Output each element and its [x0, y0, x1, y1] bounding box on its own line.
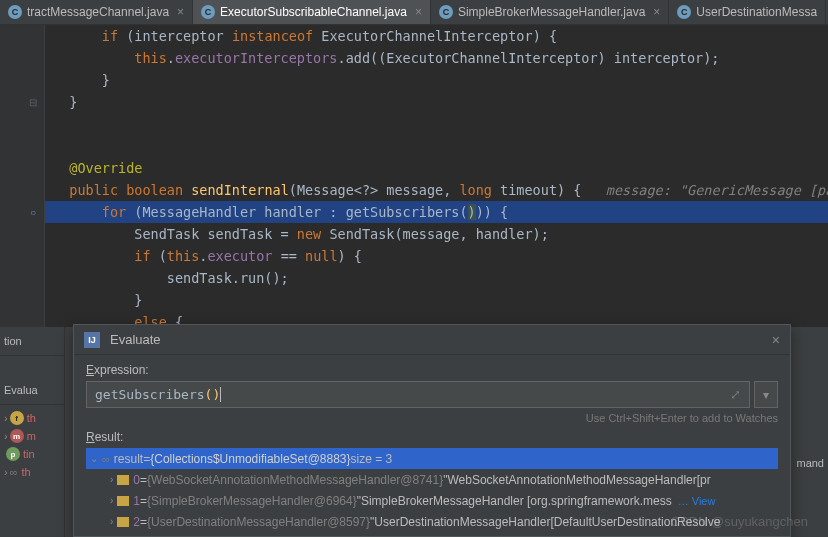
tree-item[interactable]: ptin: [4, 445, 60, 463]
link-icon: ∞: [102, 453, 110, 465]
result-item[interactable]: › 1 = {SimpleBrokerMessageHandler@6964} …: [86, 490, 778, 511]
expression-input[interactable]: getSubscribers() ⤢: [86, 381, 750, 408]
result-label: Result:: [86, 430, 778, 444]
tree-item[interactable]: ›mm: [4, 427, 60, 445]
expression-label: EExpression:xpression:: [86, 363, 778, 377]
tab-label: UserDestinationMessa: [696, 5, 817, 19]
collapse-icon[interactable]: ⌄: [90, 453, 98, 464]
debug-sidebar: tion ↻ ▦ Evalua ›fth ›mm ptin ›∞th: [0, 327, 65, 537]
tab-executorsubscribable[interactable]: C ExecutorSubscribableChannel.java ×: [193, 0, 431, 24]
result-item[interactable]: › 0 = {WebSocketAnnotationMethodMessageH…: [86, 469, 778, 490]
java-class-icon: C: [8, 5, 22, 19]
override-icon[interactable]: ○: [27, 206, 39, 218]
result-item[interactable]: › 2 = {UserDestinationMessageHandler@859…: [86, 511, 778, 532]
intellij-icon: IJ: [84, 332, 100, 348]
command-text: mand: [796, 457, 824, 469]
java-class-icon: C: [201, 5, 215, 19]
code-editor[interactable]: ⊟ ○ if (interceptor instanceof ExecutorC…: [0, 25, 828, 330]
tab-userdestination[interactable]: C UserDestinationMessa: [669, 0, 826, 24]
expand-icon[interactable]: ›: [110, 474, 113, 485]
java-class-icon: C: [677, 5, 691, 19]
tree-item[interactable]: ›fth: [4, 409, 60, 427]
result-root[interactable]: ⌄ ∞ result = {Collections$UnmodifiableSe…: [86, 448, 778, 469]
index-icon: [117, 517, 129, 527]
tree-item[interactable]: ›∞th: [4, 463, 60, 481]
close-icon[interactable]: ×: [415, 5, 422, 19]
expand-icon[interactable]: ›: [110, 495, 113, 506]
java-class-icon: C: [439, 5, 453, 19]
index-icon: [117, 475, 129, 485]
dialog-title: Evaluate: [110, 332, 772, 347]
tab-label: tractMessageChannel.java: [27, 5, 169, 19]
evaluate-tab[interactable]: Evalua: [0, 376, 64, 405]
view-link[interactable]: … View: [678, 495, 716, 507]
result-tree: ⌄ ∞ result = {Collections$UnmodifiableSe…: [86, 448, 778, 532]
fold-icon[interactable]: ⊟: [27, 96, 39, 108]
code-content[interactable]: if (interceptor instanceof ExecutorChann…: [45, 25, 828, 330]
tab-tractmessagechannel[interactable]: C tractMessageChannel.java ×: [0, 0, 193, 24]
tab-label: SimpleBrokerMessageHandler.java: [458, 5, 645, 19]
close-icon[interactable]: ×: [772, 332, 780, 348]
index-icon: [117, 496, 129, 506]
tab-simplebroker[interactable]: C SimpleBrokerMessageHandler.java ×: [431, 0, 669, 24]
variables-tree: ›fth ›mm ptin ›∞th: [0, 405, 64, 485]
close-icon[interactable]: ×: [177, 5, 184, 19]
panel-tab[interactable]: tion: [0, 327, 64, 356]
editor-tabs: C tractMessageChannel.java × C ExecutorS…: [0, 0, 828, 25]
evaluate-dialog: IJ Evaluate × EExpression:xpression: get…: [73, 324, 791, 537]
expand-icon[interactable]: ›: [110, 516, 113, 527]
history-dropdown[interactable]: ▾: [754, 381, 778, 408]
hint-text: Use Ctrl+Shift+Enter to add to Watches: [86, 412, 778, 424]
expand-icon[interactable]: ⤢: [730, 387, 741, 402]
tab-label: ExecutorSubscribableChannel.java: [220, 5, 407, 19]
dialog-titlebar[interactable]: IJ Evaluate ×: [74, 325, 790, 355]
close-icon[interactable]: ×: [653, 5, 660, 19]
gutter: ⊟ ○: [0, 25, 45, 330]
